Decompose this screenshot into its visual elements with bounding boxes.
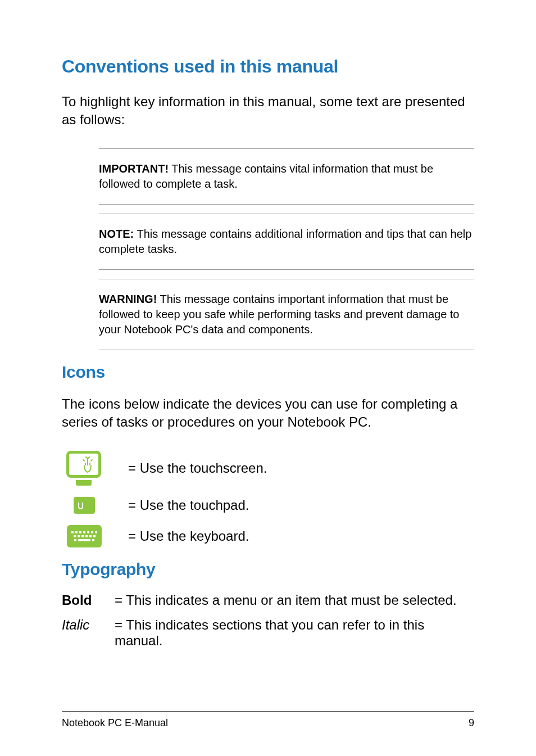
typo-label-bold: Bold	[62, 592, 115, 608]
typo-desc: = This indicates sections that you can r…	[115, 617, 474, 649]
callout-label: NOTE:	[99, 228, 134, 240]
typo-desc: = This indicates a menu or an item that …	[115, 592, 457, 608]
icon-desc: = Use the touchscreen.	[128, 460, 267, 476]
heading-typography: Typography	[62, 560, 474, 579]
footer-title: Notebook PC E-Manual	[62, 717, 168, 729]
callout-text: This message contains additional informa…	[99, 228, 471, 255]
typo-label-italic: Italic	[62, 617, 115, 633]
touchscreen-icon	[62, 451, 107, 486]
icon-row-keyboard: = Use the keyboard.	[62, 525, 474, 547]
keyboard-icon	[62, 525, 107, 547]
icon-desc: = Use the keyboard.	[128, 528, 249, 544]
callout-label: IMPORTANT!	[99, 162, 169, 175]
page-number: 9	[469, 717, 474, 729]
intro-text: To highlight key information in this man…	[62, 93, 474, 129]
footer: Notebook PC E-Manual 9	[62, 711, 474, 729]
typo-row-italic: Italic = This indicates sections that yo…	[62, 617, 474, 649]
callout-warning: WARNING! This message contains important…	[99, 279, 474, 350]
callout-important: IMPORTANT! This message contains vital i…	[99, 148, 474, 205]
callout-note: NOTE: This message contains additional i…	[99, 214, 474, 270]
typography-table: Bold = This indicates a menu or an item …	[62, 592, 474, 649]
icons-list: = Use the touchscreen. = Use the touchpa…	[62, 451, 474, 547]
heading-icons: Icons	[62, 363, 474, 382]
icons-intro: The icons below indicate the devices you…	[62, 395, 474, 432]
heading-conventions: Conventions used in this manual	[62, 56, 474, 77]
callout-label: WARNING!	[99, 293, 157, 305]
icon-row-touchscreen: = Use the touchscreen.	[62, 451, 474, 486]
touchpad-icon	[62, 497, 107, 514]
icon-desc: = Use the touchpad.	[128, 497, 249, 513]
typo-row-bold: Bold = This indicates a menu or an item …	[62, 592, 474, 608]
icon-row-touchpad: = Use the touchpad.	[62, 497, 474, 514]
